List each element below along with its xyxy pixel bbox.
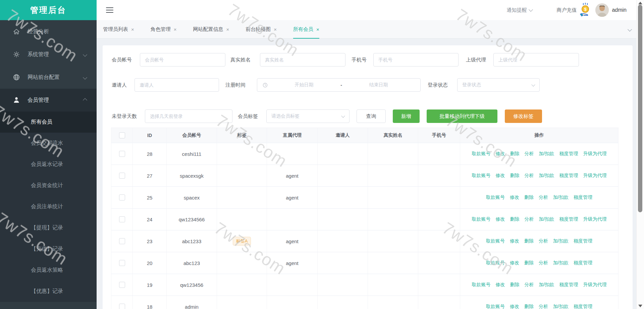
action-link[interactable]: 额度管理 — [574, 260, 592, 266]
action-link[interactable]: 删除 — [510, 216, 520, 222]
action-link[interactable]: 加/扣款 — [553, 194, 569, 201]
tabs-dropdown-button[interactable] — [628, 20, 631, 38]
action-link[interactable]: 修改 — [496, 282, 505, 288]
row-checkbox[interactable] — [119, 260, 125, 266]
action-link[interactable]: 删除 — [524, 304, 534, 309]
login-state-select[interactable]: 登录状态 — [457, 78, 540, 92]
sidebar-item-analysis[interactable]: 经营分析 — [0, 20, 97, 43]
action-link[interactable]: 取款账号 — [472, 151, 491, 157]
tab-item[interactable]: 网站配置信息× — [193, 20, 229, 38]
action-link[interactable]: 加/扣款 — [553, 304, 569, 309]
action-link[interactable]: 升级为代理 — [583, 216, 606, 222]
action-link[interactable]: 分析 — [539, 238, 548, 244]
realname-input[interactable] — [260, 53, 345, 67]
action-link[interactable]: 修改 — [510, 304, 519, 309]
action-link[interactable]: 取款账号 — [472, 216, 491, 222]
tab-item[interactable]: 管理员列表× — [103, 20, 134, 38]
action-link[interactable]: 删除 — [510, 173, 520, 179]
vertical-scrollbar[interactable] — [636, 0, 644, 309]
no-login-days-input[interactable] — [145, 109, 232, 123]
sidebar-item-site-config[interactable]: 网站前台配置 — [0, 66, 97, 89]
action-link[interactable]: 加/扣款 — [553, 260, 569, 266]
close-icon[interactable]: × — [316, 27, 319, 32]
close-icon[interactable]: × — [274, 27, 277, 32]
row-checkbox[interactable] — [119, 282, 125, 288]
action-link[interactable]: 删除 — [524, 194, 534, 201]
inviter-input[interactable] — [135, 78, 219, 92]
action-link[interactable]: 分析 — [525, 282, 534, 288]
close-icon[interactable]: × — [131, 27, 134, 32]
scrollbar-up-arrow-icon[interactable] — [638, 2, 642, 4]
search-button[interactable]: 查询 — [357, 109, 386, 123]
parent-agent-input[interactable] — [493, 53, 579, 67]
action-link[interactable]: 分析 — [539, 304, 548, 309]
action-link[interactable]: 取款账号 — [486, 194, 505, 201]
action-link[interactable]: 额度管理 — [559, 151, 578, 157]
action-link[interactable]: 修改 — [496, 173, 505, 179]
close-icon[interactable]: × — [226, 27, 229, 32]
action-link[interactable]: 加/扣款 — [539, 282, 554, 288]
action-link[interactable]: 额度管理 — [574, 194, 592, 201]
scrollbar-thumb[interactable] — [638, 5, 642, 212]
action-link[interactable]: 取款账号 — [472, 282, 491, 288]
action-link[interactable]: 分析 — [539, 194, 548, 201]
action-link[interactable]: 分析 — [539, 260, 548, 266]
action-link[interactable]: 修改 — [510, 238, 519, 244]
reg-time-range-picker[interactable]: 开始日期 - 结束日期 — [257, 78, 421, 92]
tab-item[interactable]: 所有会员× — [293, 20, 319, 38]
sidebar-subitem[interactable]: 所有会员 — [0, 112, 97, 133]
action-link[interactable]: 升级为代理 — [583, 282, 606, 288]
action-link[interactable]: 额度管理 — [559, 173, 578, 179]
phone-input[interactable] — [373, 53, 459, 67]
select-all-checkbox[interactable] — [119, 132, 125, 138]
action-link[interactable]: 升级为代理 — [583, 173, 606, 179]
edit-tag-button[interactable]: 修改标签 — [505, 109, 542, 123]
sidebar-subitem[interactable]: 会员注单统计 — [0, 196, 97, 217]
member-tag-select[interactable]: 请选会员标签 — [266, 109, 350, 123]
row-checkbox[interactable] — [119, 173, 125, 179]
row-checkbox[interactable] — [119, 238, 125, 244]
row-checkbox[interactable] — [119, 304, 125, 309]
action-link[interactable]: 加/扣款 — [539, 216, 554, 222]
action-link[interactable]: 分析 — [525, 151, 534, 157]
add-button[interactable]: 新增 — [393, 109, 420, 123]
action-link[interactable]: 额度管理 — [559, 282, 578, 288]
action-link[interactable]: 删除 — [510, 282, 520, 288]
action-link[interactable]: 修改 — [510, 260, 519, 266]
action-link[interactable]: 取款账号 — [486, 304, 505, 309]
action-link[interactable]: 取款账号 — [486, 260, 505, 266]
sidebar-subitem[interactable]: 【优惠】记录 — [0, 281, 97, 302]
avatar[interactable] — [595, 3, 609, 17]
action-link[interactable]: 删除 — [524, 260, 534, 266]
action-link[interactable]: 加/扣款 — [553, 238, 569, 244]
action-link[interactable]: 额度管理 — [559, 216, 578, 222]
sidebar-item-members[interactable]: 会员管理 — [0, 89, 97, 112]
notice-dropdown[interactable]: 通知提醒 — [506, 7, 532, 13]
username[interactable]: admin — [612, 7, 627, 13]
account-input[interactable] — [140, 53, 225, 67]
sidebar-subitem[interactable]: 会员交易流水 — [0, 133, 97, 154]
action-link[interactable]: 修改 — [510, 194, 519, 201]
sidebar-subitem[interactable]: 会员返水记录 — [0, 154, 97, 175]
action-link[interactable]: 额度管理 — [574, 238, 592, 244]
tab-item[interactable]: 角色管理× — [151, 20, 177, 38]
action-link[interactable]: 删除 — [510, 151, 520, 157]
action-link[interactable]: 分析 — [525, 173, 534, 179]
action-link[interactable]: 额度管理 — [574, 304, 592, 309]
action-link[interactable]: 加/扣款 — [539, 151, 554, 157]
action-link[interactable]: 加/扣款 — [539, 173, 554, 179]
sidebar-subitem[interactable]: 会员返水策略 — [0, 260, 97, 281]
tab-item[interactable]: 前台轮播图× — [246, 20, 277, 38]
action-link[interactable]: 取款账号 — [486, 238, 505, 244]
scrollbar-down-arrow-icon[interactable] — [638, 305, 642, 307]
sidebar-subitem[interactable]: 【提现】记录 — [0, 217, 97, 238]
action-link[interactable]: 修改 — [496, 216, 505, 222]
row-checkbox[interactable] — [119, 216, 125, 222]
sidebar-item-system[interactable]: 系统管理 — [0, 43, 97, 66]
row-checkbox[interactable] — [119, 151, 125, 157]
action-link[interactable]: 取款账号 — [472, 173, 491, 179]
sidebar-subitem[interactable]: 会员资金统计 — [0, 175, 97, 196]
batch-move-button[interactable]: 批量移动到代理下级 — [427, 109, 497, 123]
action-link[interactable]: 删除 — [524, 238, 534, 244]
close-icon[interactable]: × — [174, 27, 177, 32]
